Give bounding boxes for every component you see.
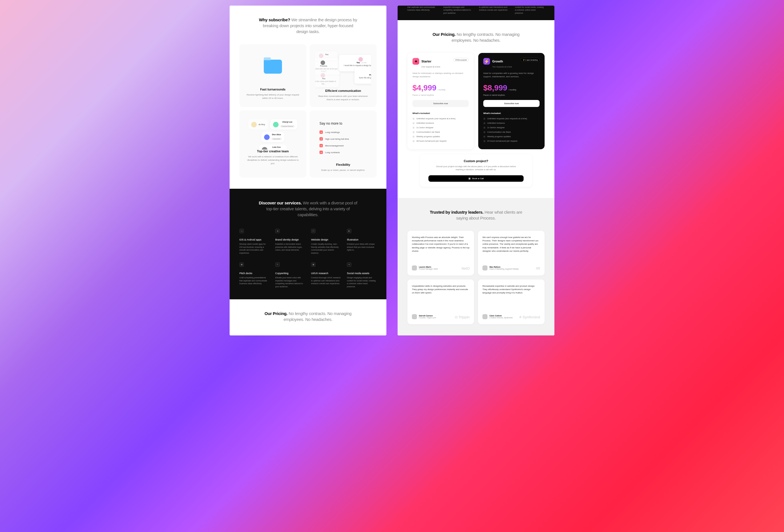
check-icon: ✓ bbox=[413, 136, 415, 138]
included-item: ✓Unlimited revisions bbox=[413, 122, 469, 124]
check-icon: ✓ bbox=[483, 127, 485, 129]
left-panel: Why subscribe? We streamline the design … bbox=[230, 6, 386, 335]
feature-flexibility: Say no more to ×Long meetings×High cost … bbox=[310, 110, 376, 177]
growth-plan: ⚡Growth ⚡ 1 spot remaining Two requests … bbox=[478, 53, 544, 149]
team-chip: Lois CoxProduct Designer bbox=[259, 144, 287, 149]
pricing-section-left: Our Pricing. No lengthy contracts. No ma… bbox=[230, 299, 386, 335]
service-item: Elevate your brand voice with impactful … bbox=[443, 6, 473, 15]
flex-no-item: ×High cost hiring full-time bbox=[319, 137, 367, 141]
check-icon: ✓ bbox=[413, 140, 415, 142]
folder-icon bbox=[264, 60, 282, 74]
service-icon: ◐ bbox=[347, 229, 352, 233]
service-item: ◈Brand identity designEstablish a memora… bbox=[275, 229, 305, 254]
custom-project-card: Custom project? Should your project not … bbox=[420, 154, 532, 187]
service-item: ✦Social media assetsDesign engaging visu… bbox=[347, 262, 376, 288]
included-item: ✓48 hours turnaround per request bbox=[413, 140, 469, 142]
service-item: ✎CopywritingElevate your brand voice wit… bbox=[275, 262, 305, 288]
avatar bbox=[482, 314, 487, 319]
feature-fast: Fast turnarounds Receive lightning-fast … bbox=[240, 44, 306, 107]
service-icon: ▦ bbox=[311, 262, 315, 267]
avatar bbox=[412, 265, 417, 271]
chat-visual: You ProcessHmm, what else can we do for … bbox=[315, 50, 371, 89]
service-icon: ▣ bbox=[240, 262, 244, 267]
services-continuation: Craft compelling presentations that capt… bbox=[398, 6, 554, 20]
company-logo: NetO bbox=[461, 266, 470, 271]
flex-no-item: ×Long contracts bbox=[319, 151, 367, 154]
service-item: Conduct thorough UI/UX research to optim… bbox=[479, 6, 509, 15]
company-logo: ⊙ Trippin bbox=[455, 315, 470, 319]
testimonial-card: Remarkable expertise in website and prod… bbox=[478, 279, 544, 324]
check-icon: ✓ bbox=[413, 127, 415, 129]
included-item: ✓1x Senior designer bbox=[483, 126, 539, 129]
check-icon: ✓ bbox=[483, 140, 485, 142]
right-panel: Craft compelling presentations that capt… bbox=[398, 6, 554, 335]
testimonial-card: Working with Process was an absolute del… bbox=[408, 231, 474, 276]
testimonial-card: Unparalleled skills in designing website… bbox=[408, 279, 474, 324]
pricing-headline: Our Pricing. No lengthy contracts. No ma… bbox=[426, 31, 526, 43]
check-icon: ✓ bbox=[483, 131, 485, 133]
included-item: ✓Weekly progress updates bbox=[413, 135, 469, 138]
x-icon: × bbox=[319, 144, 323, 147]
check-icon: ✓ bbox=[483, 122, 485, 124]
team-visual: de RoyCheryl LeeCreative DirectorDior Al… bbox=[245, 116, 301, 149]
starter-plan: ✦Starter ★ Most popular One request at a… bbox=[408, 53, 474, 149]
most-popular-badge: ★ Most popular bbox=[453, 58, 469, 62]
flex-no-item: ×Long meetings bbox=[319, 131, 367, 134]
flex-no-item: ×Micromanagement bbox=[319, 144, 367, 147]
included-item: ✓24 hours turnaround per request bbox=[483, 140, 539, 142]
included-item: ✓Communication via Slack bbox=[483, 131, 539, 133]
check-icon: ✓ bbox=[413, 131, 415, 133]
services-headline: Discover our services. We work with a di… bbox=[258, 200, 358, 218]
x-icon: × bbox=[319, 151, 323, 154]
check-icon: ✓ bbox=[483, 136, 485, 138]
service-item: ▦UI/UX researchConduct thorough UI/UX re… bbox=[311, 262, 341, 288]
included-item: ✓Weekly progress updates bbox=[483, 135, 539, 138]
subscribe-growth-button[interactable]: Subscribe now bbox=[483, 100, 539, 107]
service-icon: ◈ bbox=[275, 229, 280, 233]
x-icon: × bbox=[319, 131, 323, 134]
book-call-button[interactable]: ▦Book a Call bbox=[428, 175, 524, 182]
x-icon: × bbox=[319, 137, 323, 141]
testimonial-card: We can't express enough how grateful we … bbox=[478, 231, 544, 276]
spot-remaining-badge: ⚡ 1 spot remaining bbox=[521, 58, 539, 62]
starter-icon: ✦ bbox=[413, 58, 419, 65]
service-icon: ▢ bbox=[311, 229, 315, 233]
calendar-icon: ▦ bbox=[469, 177, 471, 180]
service-item: ▭iOS & Android appsDevelop sleek mobile … bbox=[240, 229, 269, 254]
service-icon: ✎ bbox=[275, 262, 280, 267]
subscribe-section: Why subscribe? We streamline the design … bbox=[230, 6, 386, 189]
pricing-section: Our Pricing. No lengthy contracts. No ma… bbox=[398, 20, 554, 198]
included-item: ✓Unlimited requests (one request at a ti… bbox=[413, 117, 469, 120]
included-item: ✓Communication via Slack bbox=[413, 131, 469, 133]
testimonials-section: Trusted by industry leaders. Hear what c… bbox=[398, 198, 554, 335]
service-item: ▢Website designCreate visually stunning,… bbox=[311, 229, 341, 254]
service-item: ◐IllustrationEnhance your ideas with uni… bbox=[347, 229, 376, 254]
check-icon: ✓ bbox=[413, 118, 415, 120]
avatar bbox=[482, 265, 487, 271]
feature-team: de RoyCheryl LeeCreative DirectorDior Al… bbox=[240, 110, 306, 177]
feature-communication: You ProcessHmm, what else can we do for … bbox=[310, 44, 376, 107]
subscribe-starter-button[interactable]: Subscribe now bbox=[413, 100, 469, 107]
included-item: ✓1x Junior designer bbox=[413, 126, 469, 129]
included-item: ✓Unlimited revisions bbox=[483, 122, 539, 124]
team-chip: de Roy bbox=[248, 119, 268, 130]
subscribe-headline: Why subscribe? We streamline the design … bbox=[258, 17, 358, 34]
included-item: ✓Unlimited requests (two requests at a t… bbox=[483, 117, 539, 120]
team-chip: Dior AliceCopywriter bbox=[261, 132, 284, 142]
company-logo: ✶ Synthmind bbox=[519, 315, 540, 319]
team-chip: Cheryl LeeCreative Director bbox=[270, 119, 297, 130]
pricing-headline-left: Our Pricing. No lengthy contracts. No ma… bbox=[258, 310, 358, 322]
services-section: Discover our services. We work with a di… bbox=[230, 189, 386, 299]
service-item: ▣Pitch decksCraft compelling presentatio… bbox=[240, 262, 269, 288]
service-icon: ▭ bbox=[240, 229, 244, 233]
service-item: Craft compelling presentations that capt… bbox=[408, 6, 437, 15]
company-logo: /\R bbox=[536, 266, 540, 271]
service-item: Design engaging visuals and content for … bbox=[515, 6, 544, 15]
testimonials-headline: Trusted by industry leaders. Hear what c… bbox=[426, 209, 526, 221]
check-icon: ✓ bbox=[483, 118, 485, 120]
check-icon: ✓ bbox=[413, 122, 415, 124]
growth-icon: ⚡ bbox=[483, 58, 490, 65]
service-icon: ✦ bbox=[347, 262, 352, 267]
avatar bbox=[412, 314, 417, 319]
